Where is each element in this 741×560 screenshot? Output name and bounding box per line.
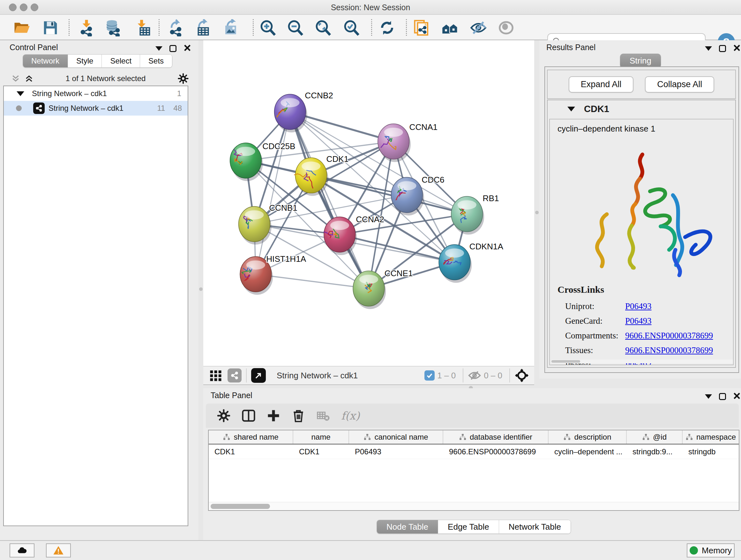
app-window: Session: New Session (0, 0, 741, 560)
export-network-button[interactable] (166, 18, 185, 37)
crosslink-link[interactable]: P06493 (625, 316, 652, 326)
grid-view-icon[interactable] (209, 369, 222, 382)
expand-all-chevron-icon[interactable] (24, 74, 34, 83)
cell-shared-name[interactable]: CDK1 (209, 444, 293, 459)
warnings-button[interactable] (46, 543, 71, 557)
table-row[interactable]: CDK1 CDK1 P06493 9606.ENSP00000378699 cy… (209, 444, 739, 459)
import-network-from-database-button[interactable] (104, 18, 123, 37)
export-table-button[interactable] (194, 18, 212, 37)
apply-layout-button[interactable] (378, 18, 396, 37)
graph-node-CDC6[interactable]: CDC6 (391, 175, 445, 215)
delete-column-trash-icon[interactable] (291, 409, 306, 423)
graph-node-CCNB1[interactable]: CCNB1 (239, 203, 297, 245)
column-header-shared-name[interactable]: shared name (209, 430, 293, 444)
crosslink-link[interactable]: 9606.ENSP00000378699 (625, 331, 713, 341)
save-session-button[interactable] (41, 18, 60, 37)
table-settings-gear-icon[interactable] (217, 409, 231, 423)
cell-namespace[interactable]: stringdb (683, 444, 739, 459)
column-header-name[interactable]: name (293, 430, 349, 444)
table-horizontal-scrollbar[interactable] (209, 502, 739, 510)
cell-description[interactable]: cyclin–dependent ... (549, 444, 627, 459)
column-header-description[interactable]: description (549, 430, 627, 444)
graph-node-CDC25B[interactable]: CDC25B (230, 141, 295, 181)
delete-table-icon[interactable] (316, 409, 330, 423)
float-panel-icon[interactable] (155, 46, 162, 51)
network-row[interactable]: String Network – cdk1 11 48 (4, 101, 188, 116)
zoom-fit-button[interactable] (314, 18, 333, 37)
graph-node-HIST1H1A[interactable]: HIST1H1A (240, 254, 307, 295)
close-panel-icon[interactable] (733, 392, 741, 401)
gene-collapse-icon[interactable] (567, 107, 575, 111)
column-header-id[interactable]: @id (627, 430, 683, 444)
hidden-eye-slash-icon[interactable] (468, 369, 481, 382)
expand-all-button[interactable]: Expand All (569, 76, 634, 92)
tab-network-table[interactable]: Network Table (499, 520, 570, 534)
cell-id[interactable]: stringdb:9... (627, 444, 683, 459)
cell-name[interactable]: CDK1 (293, 444, 349, 459)
tab-string[interactable]: String (620, 54, 661, 68)
gear-icon[interactable] (178, 73, 189, 84)
network-collection-row[interactable]: String Network – cdk1 1 (4, 86, 188, 101)
show-columns-icon[interactable] (242, 409, 256, 423)
collapse-all-button[interactable]: Collapse All (645, 76, 714, 92)
cell-database-identifier[interactable]: 9606.ENSP00000378699 (443, 444, 549, 459)
right-splitter-handle[interactable] (535, 211, 539, 214)
add-column-icon[interactable] (266, 409, 280, 423)
export-image-button[interactable] (222, 18, 240, 37)
node-table: shared name name canonical name database… (208, 430, 739, 511)
memory-button[interactable]: Memory (687, 543, 735, 557)
scrollbar-thumb[interactable] (551, 360, 580, 363)
left-splitter-handle[interactable] (199, 287, 203, 291)
close-panel-icon[interactable] (733, 44, 741, 53)
graph-node-CCNE1[interactable]: CCNE1 (353, 268, 413, 309)
crosslink-link[interactable]: P06493 (625, 301, 652, 311)
zoom-selected-button[interactable] (342, 18, 361, 37)
import-table-button[interactable] (133, 18, 151, 37)
new-network-from-selection-button[interactable] (413, 18, 431, 37)
birds-eye-view-button[interactable] (251, 368, 266, 383)
gene-header-row[interactable]: CDK1 (548, 100, 735, 118)
collapse-all-chevron-icon[interactable] (11, 74, 20, 83)
tab-node-table[interactable]: Node Table (377, 520, 438, 534)
string-network-graph[interactable]: CCNB2CCNA1CDC25BCDK1CDC6RB1CCNB1CCNA2CDK… (203, 40, 534, 366)
float-panel-icon[interactable] (705, 394, 712, 399)
crosshair-icon[interactable] (515, 368, 529, 383)
network-column-icon (363, 433, 371, 441)
function-builder-icon[interactable]: f(x) (341, 409, 360, 422)
network-canvas[interactable]: CCNB2CCNA1CDC25BCDK1CDC6RB1CCNB1CCNA2CDK… (203, 40, 534, 366)
maximize-panel-icon[interactable] (719, 45, 726, 52)
maximize-panel-icon[interactable] (719, 393, 726, 400)
scrollbar-thumb[interactable] (211, 504, 270, 509)
column-header-database-identifier[interactable]: database identifier (443, 430, 549, 444)
results-horizontal-scrollbar[interactable] (551, 360, 734, 363)
show-all-button[interactable] (497, 18, 515, 37)
column-header-canonical-name[interactable]: canonical name (349, 430, 443, 444)
cloud-status-button[interactable] (10, 543, 35, 557)
graph-node-RB1[interactable]: RB1 (451, 193, 499, 235)
graph-node-CDK1[interactable]: CDK1 (294, 154, 348, 196)
hide-selected-button[interactable] (469, 18, 488, 37)
import-network-button[interactable] (77, 18, 96, 37)
zoom-in-button[interactable] (259, 18, 277, 37)
tab-edge-table[interactable]: Edge Table (438, 520, 499, 534)
maximize-panel-icon[interactable] (170, 45, 177, 52)
selected-checkbox-icon[interactable] (424, 370, 434, 381)
zoom-out-button[interactable] (286, 18, 305, 37)
float-panel-icon[interactable] (705, 46, 712, 51)
network-column-icon (642, 433, 650, 441)
node-label-CCNB1: CCNB1 (269, 203, 297, 212)
close-panel-icon[interactable] (184, 44, 191, 53)
tab-style[interactable]: Style (68, 55, 102, 67)
tab-select[interactable]: Select (102, 55, 140, 67)
cell-canonical-name[interactable]: P06493 (349, 444, 443, 459)
first-neighbors-button[interactable] (441, 18, 460, 37)
tab-network[interactable]: Network (23, 55, 68, 67)
graph-node-CDKN1A[interactable]: CDKN1A (439, 242, 503, 283)
column-header-namespace[interactable]: namespace (683, 430, 739, 444)
crosslink-link[interactable]: 9606.ENSP00000378699 (625, 346, 713, 355)
collection-expand-icon[interactable] (17, 91, 24, 96)
graph-node-CCNB2[interactable]: CCNB2 (274, 91, 333, 132)
open-session-button[interactable] (12, 18, 31, 37)
tab-sets[interactable]: Sets (140, 55, 172, 67)
network-badge-icon[interactable] (227, 368, 242, 382)
